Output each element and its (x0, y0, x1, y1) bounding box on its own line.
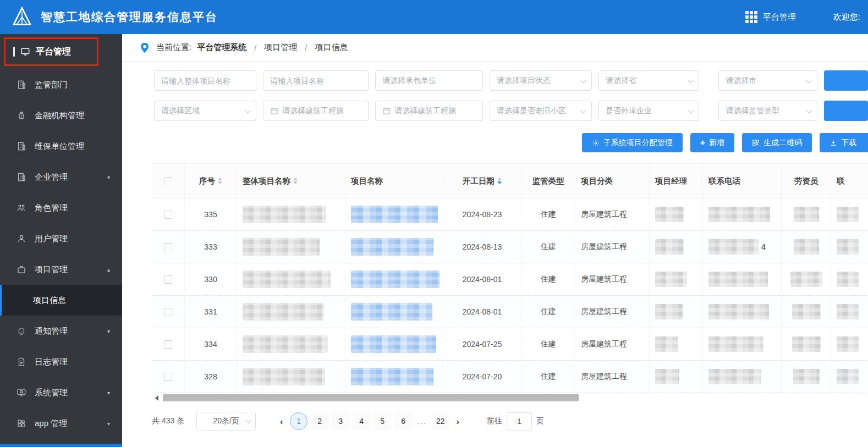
chevron-down-icon (580, 76, 586, 82)
page-number-5[interactable]: 5 (373, 412, 391, 430)
page-number-1[interactable]: 1 (290, 412, 307, 430)
permit-date-start-field[interactable]: 请选择建筑工程施 (263, 101, 369, 121)
generate-qrcode-button[interactable]: 生成二维码 (742, 133, 812, 152)
sort-icon[interactable] (218, 178, 222, 184)
page-number-4[interactable]: 4 (353, 412, 370, 430)
cell-seq: 334 (185, 328, 237, 360)
row-checkbox[interactable] (164, 275, 172, 284)
goto-label: 前往 (487, 416, 502, 426)
horizontal-scrollbar[interactable] (152, 394, 868, 402)
supervision-type-select[interactable]: 请选择监管类型 (718, 101, 817, 121)
breadcrumb-level2[interactable]: 项目信息 (315, 42, 348, 53)
briefcase-icon (17, 264, 26, 274)
page-number-2[interactable]: 2 (311, 412, 328, 430)
table-row: 335 2024-08-23 住建 房屋建筑工程 (152, 198, 868, 231)
breadcrumb-level1[interactable]: 项目管理 (264, 42, 297, 53)
sidebar-item-logs[interactable]: 日志管理 (0, 346, 122, 377)
sidebar-item-enterprise[interactable]: 企业管理 ▾ (0, 162, 122, 192)
col-header-overall-name[interactable]: 整体项目名称 (237, 164, 345, 198)
page-number-last[interactable]: 22 (432, 412, 449, 430)
province-select[interactable]: 请选择省 (598, 70, 699, 91)
contractor-select[interactable]: 请选择承包单位 (375, 70, 483, 91)
sidebar-item-users[interactable]: 用户管理 (0, 223, 122, 254)
row-checkbox[interactable] (164, 308, 172, 316)
col-header-start-date[interactable]: 开工日期 (443, 164, 521, 198)
permit-date-start-placeholder: 请选择建筑工程施 (282, 106, 344, 116)
redacted-laborer (794, 239, 819, 255)
sidebar-item-financial-org[interactable]: 金融机构管理 (0, 100, 122, 131)
sidebar-item-system[interactable]: 系统管理 ▾ (0, 377, 122, 408)
goto-suffix: 页 (536, 416, 544, 426)
subsystem-assign-button[interactable]: 子系统项目分配管理 (582, 133, 683, 152)
sidebar-item-supervision-dept[interactable]: 监管部门 (0, 69, 122, 100)
col-header-manager: 项目经理 (650, 164, 703, 198)
redacted-project-name-link[interactable] (351, 368, 433, 385)
permit-date-end-field[interactable]: 请选择建筑工程施 (375, 101, 483, 121)
redacted-project-name-link[interactable] (351, 206, 438, 223)
sidebar-item-notifications[interactable]: 通知管理 ▾ (0, 316, 122, 346)
row-checkbox[interactable] (164, 243, 172, 251)
action-toolbar: 子系统项目分配管理 + 新增 生成二维码 下载 (152, 133, 868, 152)
prev-page-button[interactable]: ‹ (274, 417, 288, 426)
sidebar-subitem-label: 项目信息 (33, 295, 66, 306)
page-number-6[interactable]: 6 (394, 412, 412, 430)
sidebar-item-app[interactable]: app 管理 ▾ (0, 408, 122, 439)
redacted-project-name-link[interactable] (351, 303, 432, 321)
row-checkbox[interactable] (164, 211, 172, 219)
project-status-select[interactable]: 请选择项目状态 (490, 70, 592, 91)
sidebar-item-maintenance-unit[interactable]: 维保单位管理 (0, 131, 122, 162)
app-window: 智慧工地综合管理服务信息平台 平台管理 欢迎您: 平台管理 监管部门 金融机构管… (0, 0, 868, 447)
sort-icon[interactable] (293, 178, 298, 184)
sort-icon[interactable] (497, 178, 502, 184)
chevron-down-icon (688, 107, 694, 113)
sidebar-item-label: 用户管理 (35, 234, 68, 244)
sidebar-item-platform[interactable]: 平台管理 (0, 34, 122, 69)
row-checkbox[interactable] (164, 340, 172, 349)
external-enterprise-select[interactable]: 是否外埠企业 (598, 101, 699, 121)
project-name-field[interactable] (263, 70, 369, 91)
redacted-project-name-link[interactable] (351, 271, 440, 288)
search-button[interactable] (824, 70, 868, 91)
sidebar-item-projects[interactable]: 项目管理 ▴ (0, 254, 122, 285)
sidebar-item-label: 通知管理 (35, 326, 68, 336)
add-button[interactable]: + 新增 (690, 133, 734, 152)
overall-project-name-input[interactable] (161, 76, 249, 85)
pagination-ellipsis[interactable]: ... (417, 417, 427, 426)
col-header-seq[interactable]: 序号 (185, 164, 237, 198)
pagination: 共 433 条 20条/页 ‹ 1 2 3 4 5 6 ... 22 › 前往 … (152, 412, 868, 431)
row-checkbox[interactable] (164, 373, 172, 381)
reset-button[interactable] (824, 101, 868, 121)
page-number-3[interactable]: 3 (332, 412, 349, 430)
chevron-down-icon (245, 417, 251, 423)
goto-page-input[interactable] (507, 412, 532, 431)
next-page-button[interactable]: › (451, 417, 465, 426)
region-select[interactable]: 请选择区域 (154, 101, 256, 121)
city-select[interactable]: 请选择市 (718, 70, 817, 91)
overall-project-name-field[interactable] (154, 70, 256, 91)
header-nav-platform[interactable]: 平台管理 (763, 12, 796, 23)
redacted-manager (655, 272, 687, 287)
breadcrumb-root[interactable]: 平台管理系统 (197, 42, 246, 53)
scrollbar-thumb[interactable] (163, 394, 579, 401)
old-community-placeholder: 请选择是否老旧小区 (497, 106, 566, 116)
chevron-down-icon: ▾ (107, 174, 110, 180)
sidebar-subitem-project-info[interactable]: 项目信息 (0, 285, 122, 316)
redacted-project-name-link[interactable] (351, 335, 436, 353)
scroll-left-arrow-icon[interactable] (155, 395, 158, 401)
project-name-input[interactable] (270, 76, 361, 85)
download-icon (829, 139, 837, 147)
cell-supervision-type: 住建 (521, 328, 575, 360)
redacted-project-name-link[interactable] (351, 238, 433, 256)
cell-start-date: 2024-08-13 (443, 231, 521, 263)
page-size-select[interactable]: 20条/页 (196, 412, 256, 431)
apps-grid-icon[interactable] (745, 11, 757, 23)
region-placeholder: 请选择区域 (161, 106, 200, 116)
sidebar-item-roles[interactable]: 角色管理 (0, 192, 122, 223)
cell-start-date: 2024-08-01 (443, 263, 521, 295)
download-button[interactable]: 下载 (820, 133, 868, 152)
table-row: 330 2024-08-01 住建 房屋建筑工程 (152, 263, 868, 296)
select-all-checkbox[interactable] (164, 177, 172, 185)
breadcrumb-separator: / (305, 43, 307, 52)
old-community-select[interactable]: 请选择是否老旧小区 (490, 101, 592, 121)
redacted-cell (837, 239, 859, 255)
